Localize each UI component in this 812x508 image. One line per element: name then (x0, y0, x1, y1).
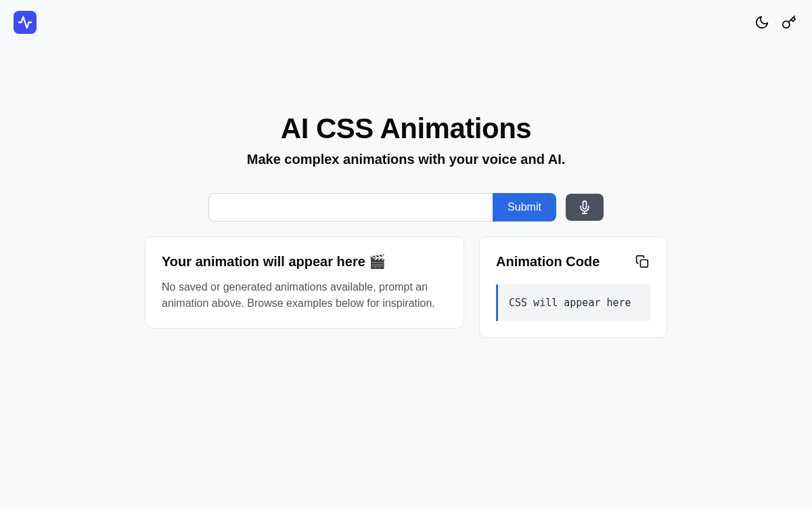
header-actions (752, 13, 798, 32)
code-card: Animation Code CSS will appear here (479, 236, 667, 338)
key-icon (782, 15, 796, 30)
microphone-icon (578, 200, 591, 214)
submit-button[interactable]: Submit (493, 193, 556, 221)
copy-icon (635, 255, 649, 268)
preview-card-description: No saved or generated animations availab… (162, 279, 447, 312)
app-logo[interactable] (14, 11, 37, 34)
voice-input-button[interactable] (566, 194, 604, 221)
preview-card-title: Your animation will appear here 🎬 (162, 253, 447, 270)
page-subtitle: Make complex animations with your voice … (247, 152, 566, 167)
theme-toggle-button[interactable] (752, 13, 771, 32)
moon-icon (754, 15, 769, 30)
page-title: AI CSS Animations (281, 112, 531, 145)
svg-rect-2 (641, 260, 648, 268)
prompt-input-row: Submit (208, 193, 604, 221)
api-key-button[interactable] (780, 13, 798, 32)
cards-row: Your animation will appear here 🎬 No sav… (145, 236, 667, 338)
copy-code-button[interactable] (634, 253, 650, 270)
activity-icon (18, 15, 32, 30)
prompt-input[interactable] (208, 193, 493, 221)
code-block: CSS will appear here (496, 284, 650, 321)
code-card-header: Animation Code (496, 253, 650, 270)
prompt-input-group: Submit (208, 193, 556, 221)
preview-card: Your animation will appear here 🎬 No sav… (145, 236, 464, 329)
code-card-title: Animation Code (496, 254, 600, 270)
